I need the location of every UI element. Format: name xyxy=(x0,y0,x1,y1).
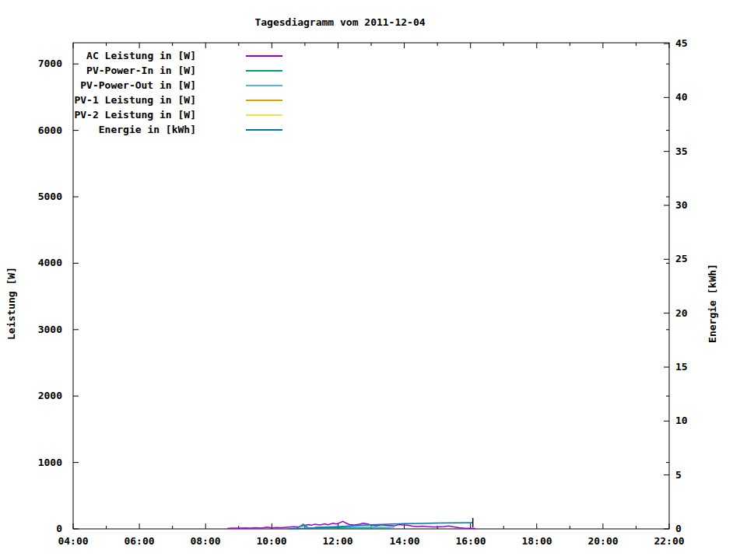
legend-line-sample xyxy=(246,55,282,57)
legend-item-ac-leistung: AC Leistung in [W] xyxy=(73,48,282,63)
x-tick-label: 18:00 xyxy=(512,535,562,548)
y2-tick-label: 15 xyxy=(675,361,722,373)
chart-page: Tagesdiagramm vom 2011-12-04 Leistung [W… xyxy=(0,0,747,560)
y2-tick-label: 45 xyxy=(675,37,722,50)
legend-item-pv2-leistung: PV-2 Leistung in [W] xyxy=(73,107,282,122)
y2-tick-label: 20 xyxy=(675,307,722,320)
legend-item-pv1-leistung: PV-1 Leistung in [W] xyxy=(73,93,282,107)
legend-label: PV-2 Leistung in [W] xyxy=(73,109,196,121)
y1-tick-label: 2000 xyxy=(8,390,62,402)
x-tick-label: 22:00 xyxy=(644,535,694,548)
legend-line-sample xyxy=(246,70,282,72)
x-tick-label: 04:00 xyxy=(48,535,98,548)
y2-tick-label: 10 xyxy=(675,415,722,427)
y2-tick-label: 25 xyxy=(675,253,722,265)
y2-tick-label: 30 xyxy=(675,199,722,212)
x-tick-label: 16:00 xyxy=(446,535,496,548)
x-tick-label: 10:00 xyxy=(247,535,296,548)
legend-item-pv-power-out: PV-Power-Out in [W] xyxy=(73,78,282,93)
y1-tick-label: 0 xyxy=(8,523,62,535)
legend-line-sample xyxy=(246,100,282,101)
y1-tick-label: 5000 xyxy=(8,191,62,203)
legend-line-sample xyxy=(246,85,282,86)
legend-label: Energie in [kWh] xyxy=(73,124,196,135)
y1-tick-label: 7000 xyxy=(8,58,62,70)
y2-tick-label: 0 xyxy=(675,523,722,535)
y1-tick-label: 3000 xyxy=(8,324,62,336)
legend: AC Leistung in [W] PV-Power-In in [W] PV… xyxy=(73,48,282,137)
y2-tick-label: 5 xyxy=(675,469,722,481)
legend-item-energie: Energie in [kWh] xyxy=(73,122,282,137)
legend-line-sample xyxy=(246,114,282,116)
x-tick-label: 12:00 xyxy=(313,535,363,548)
legend-line-sample xyxy=(246,129,282,131)
y1-tick-label: 4000 xyxy=(8,257,62,269)
x-tick-label: 08:00 xyxy=(181,535,230,548)
x-tick-label: 14:00 xyxy=(380,535,430,548)
legend-label: PV-Power-In in [W] xyxy=(73,65,196,76)
legend-label: PV-1 Leistung in [W] xyxy=(73,94,196,106)
legend-item-pv-power-in: PV-Power-In in [W] xyxy=(73,63,282,78)
y2-tick-label: 40 xyxy=(675,91,722,103)
y1-tick-label: 1000 xyxy=(8,457,62,469)
legend-label: AC Leistung in [W] xyxy=(73,50,196,61)
y2-tick-label: 35 xyxy=(675,145,722,158)
y1-tick-label: 6000 xyxy=(8,124,62,137)
x-tick-label: 06:00 xyxy=(114,535,164,548)
legend-label: PV-Power-Out in [W] xyxy=(73,79,196,91)
x-tick-label: 20:00 xyxy=(578,535,628,548)
